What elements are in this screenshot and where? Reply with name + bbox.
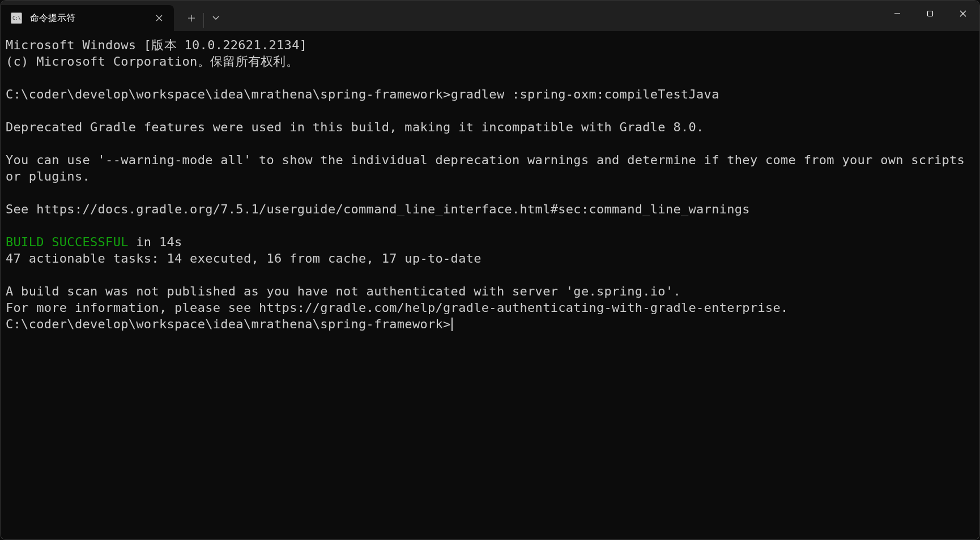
tab-close-button[interactable] [151, 10, 167, 26]
maximize-button[interactable] [914, 1, 947, 27]
title-bar: C:\ 命令提示符 [1, 1, 979, 31]
minimize-icon [894, 10, 901, 17]
output-line: 47 actionable tasks: 14 executed, 16 fro… [6, 251, 482, 265]
window-controls [881, 1, 979, 31]
prompt-path: C:\coder\develop\workspace\idea\mrathena… [6, 317, 451, 331]
terminal-output[interactable]: Microsoft Windows [版本 10.0.22621.2134] (… [1, 31, 979, 338]
close-icon [960, 10, 966, 17]
new-tab-button[interactable] [180, 7, 203, 29]
minimize-button[interactable] [881, 1, 914, 27]
output-line: For more information, please see https:/… [6, 301, 789, 315]
cmd-icon: C:\ [11, 12, 22, 24]
chevron-down-icon [212, 16, 220, 20]
svg-text:C:\: C:\ [12, 16, 20, 21]
output-line: Microsoft Windows [版本 10.0.22621.2134] [6, 38, 307, 52]
build-time: in 14s [129, 235, 182, 249]
svg-rect-1 [928, 11, 933, 16]
build-status: BUILD SUCCESSFUL [6, 235, 129, 249]
window-close-button[interactable] [947, 1, 979, 27]
prompt-command: gradlew :spring-oxm:compileTestJava [451, 87, 719, 101]
maximize-icon [927, 10, 934, 17]
output-line: A build scan was not published as you ha… [6, 284, 681, 298]
close-icon [156, 15, 163, 22]
tab-dropdown-button[interactable] [204, 7, 228, 29]
titlebar-drag-area[interactable] [228, 1, 881, 31]
prompt-path: C:\coder\develop\workspace\idea\mrathena… [6, 87, 451, 101]
output-line: (c) Microsoft Corporation。保留所有权利。 [6, 54, 299, 68]
cursor [451, 318, 453, 331]
output-line: See https://docs.gradle.org/7.5.1/usergu… [6, 202, 750, 216]
output-line: You can use '--warning-mode all' to show… [6, 153, 973, 183]
plus-icon [188, 14, 195, 22]
tab-title: 命令提示符 [30, 12, 151, 24]
tab-actions [180, 5, 228, 31]
tab-active[interactable]: C:\ 命令提示符 [1, 5, 174, 31]
output-line: Deprecated Gradle features were used in … [6, 120, 704, 134]
